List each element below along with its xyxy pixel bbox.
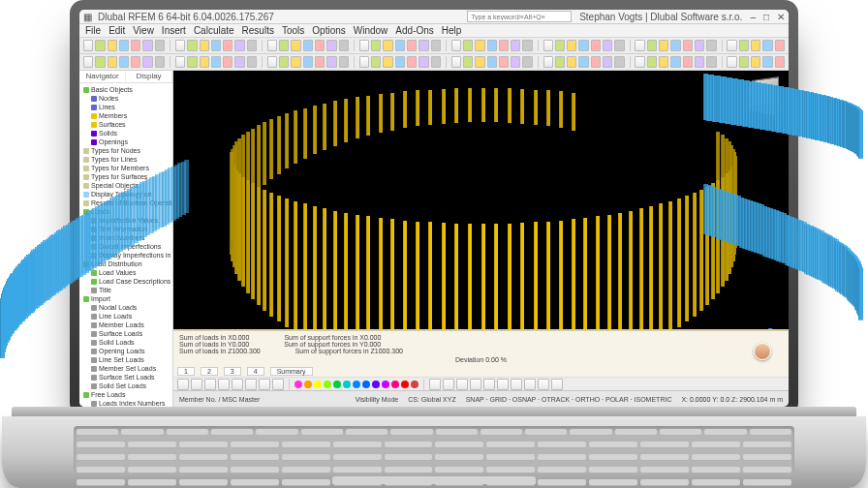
status-cs[interactable]: CS: Global XYZ (408, 396, 455, 403)
tree-item[interactable]: Types for Nodes (83, 146, 170, 155)
view-button[interactable] (538, 379, 549, 390)
toolbar-button[interactable] (315, 40, 325, 51)
menu-tools[interactable]: Tools (282, 25, 304, 36)
tree-item[interactable]: Title (83, 286, 170, 294)
toolbar-button[interactable] (706, 40, 716, 51)
toolbar-button[interactable] (762, 40, 772, 51)
tree-item[interactable]: Surface Loads (83, 329, 170, 338)
toolbar-button[interactable] (647, 56, 657, 68)
toolbar-button[interactable] (775, 40, 785, 51)
toolbar-button[interactable] (555, 56, 565, 68)
menu-options[interactable]: Options (312, 25, 345, 36)
view-button[interactable] (204, 379, 216, 390)
toolbar-button[interactable] (339, 56, 349, 68)
color-swatch[interactable] (314, 381, 322, 388)
tree-item[interactable]: Types for Surfaces (83, 172, 170, 181)
toolbar-button[interactable] (614, 40, 624, 51)
tree-item[interactable]: Title Information (83, 225, 170, 233)
toolbar-button[interactable] (175, 56, 185, 68)
tree-item[interactable]: Solid Set Loads (83, 381, 170, 390)
user-badge[interactable]: Stephan Vogts | Dlubal Software s.r.o. (579, 12, 742, 22)
tree-item[interactable]: Solid Loads (83, 338, 170, 347)
toolbar-button[interactable] (670, 56, 680, 68)
toolbar-button[interactable] (223, 56, 232, 68)
toolbar-button[interactable] (511, 56, 520, 68)
view-button[interactable] (483, 379, 495, 390)
menu-calculate[interactable]: Calculate (194, 25, 234, 36)
color-swatch[interactable] (343, 381, 351, 388)
toolbar-button[interactable] (303, 40, 313, 51)
toolbar-button[interactable] (155, 40, 165, 51)
menu-window[interactable]: Window (354, 25, 388, 36)
quick-access-search[interactable] (467, 11, 572, 22)
tree-item[interactable]: Lines (83, 103, 170, 111)
toolbar-button[interactable] (291, 56, 300, 68)
tree-item[interactable]: Opening Loads (83, 347, 170, 355)
view-button[interactable] (232, 379, 243, 390)
tree-item[interactable]: Members (83, 111, 170, 120)
panel-tab[interactable]: 2 (201, 367, 218, 376)
toolbar-button[interactable] (499, 40, 509, 51)
tree-item[interactable]: Nodal Loads (83, 303, 170, 312)
menu-results[interactable]: Results (242, 25, 274, 36)
tree-item[interactable]: Display Topology on (83, 190, 170, 198)
results-table-panel[interactable]: Sum of loads in X0.000Sum of support for… (173, 329, 789, 378)
menu-add-ons[interactable]: Add-Ons (395, 25, 433, 36)
toolbar-button[interactable] (739, 56, 749, 68)
tree-item[interactable]: Loads Index Numbers (83, 399, 170, 407)
toolbar-button[interactable] (211, 40, 221, 51)
toolbar-button[interactable] (603, 56, 612, 68)
toolbar-button[interactable] (695, 40, 704, 51)
status-snap[interactable]: SNAP · GRID · OSNAP · OTRACK · ORTHO · P… (466, 396, 672, 403)
toolbar-button[interactable] (83, 56, 93, 68)
menu-view[interactable]: View (133, 25, 154, 36)
view-button[interactable] (511, 379, 522, 390)
sidebar-tab-navigator[interactable]: Navigator (79, 71, 126, 82)
tree-item[interactable]: Nodes (83, 94, 170, 103)
color-swatch[interactable] (372, 381, 380, 388)
toolbar-button[interactable] (267, 56, 277, 68)
toolbar-button[interactable] (359, 40, 369, 51)
window-max[interactable]: □ (763, 12, 769, 22)
tree-item[interactable]: Member Loads (83, 320, 170, 329)
tree-item[interactable]: Load Distribution (83, 259, 170, 268)
toolbar-button[interactable] (578, 56, 588, 68)
toolbar-button[interactable] (418, 56, 428, 68)
view-button[interactable] (191, 379, 202, 390)
toolbar-button[interactable] (326, 56, 336, 68)
toolbar-button[interactable] (155, 56, 165, 68)
menu-file[interactable]: File (85, 25, 101, 36)
window-close[interactable]: ✕ (777, 12, 785, 22)
model-viewport[interactable]: Sum of loads in X0.000Sum of support for… (173, 71, 789, 407)
tree-item[interactable]: Load Case Descriptions (83, 277, 170, 286)
sidebar-tab-display[interactable]: Display (126, 71, 172, 82)
toolbar-button[interactable] (751, 40, 760, 51)
toolbar-button[interactable] (475, 56, 484, 68)
menu-edit[interactable]: Edit (108, 25, 125, 36)
panel-tab[interactable]: 4 (247, 367, 264, 376)
tree-item[interactable]: Results of Boolean Operations (83, 198, 170, 207)
toolbar-button[interactable] (475, 40, 484, 51)
toolbar-button[interactable] (751, 56, 760, 68)
toolbar-button[interactable] (326, 40, 336, 51)
tree-item[interactable]: Types for Lines (83, 155, 170, 164)
toolbar-button[interactable] (635, 56, 644, 68)
tree-item[interactable]: Global Imperfections (83, 242, 170, 251)
toolbar-button[interactable] (247, 40, 257, 51)
toolbar-button[interactable] (339, 40, 349, 51)
color-swatch[interactable] (333, 381, 341, 388)
toolbar-button[interactable] (635, 40, 644, 51)
tree-item[interactable]: Display Imperfections in Load Cases & Co… (83, 251, 170, 259)
toolbar-button[interactable] (187, 40, 197, 51)
toolbar-button[interactable] (487, 40, 497, 51)
toolbar-button[interactable] (591, 56, 601, 68)
view-button[interactable] (259, 379, 270, 390)
toolbar-button[interactable] (739, 40, 749, 51)
toolbar-button[interactable] (451, 40, 461, 51)
toolbar-button[interactable] (567, 40, 576, 51)
toolbar-button[interactable] (131, 40, 140, 51)
toolbar-button[interactable] (727, 56, 736, 68)
view-button[interactable] (524, 379, 536, 390)
toolbar-button[interactable] (247, 56, 257, 68)
toolbar-button[interactable] (543, 56, 553, 68)
